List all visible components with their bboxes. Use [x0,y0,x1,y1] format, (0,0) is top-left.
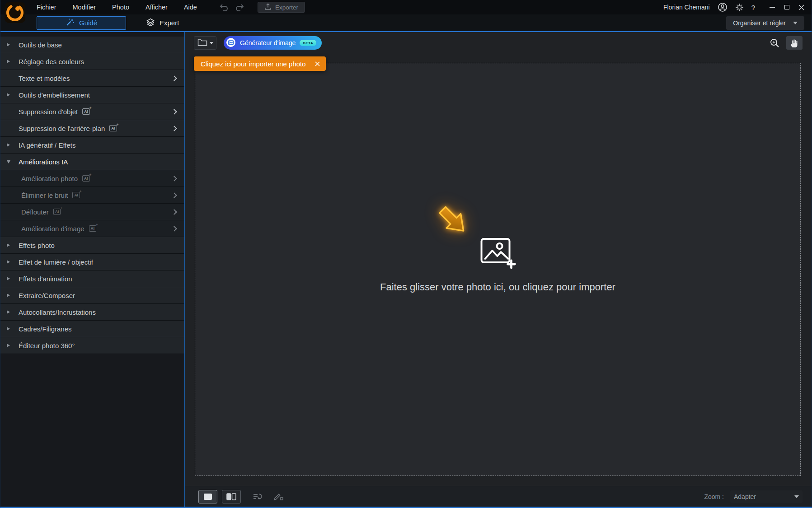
image-add-icon [480,237,516,271]
expand-triangle-icon [7,260,19,264]
image-generator-icon [226,37,236,49]
photodirector-window: Fichier Modifier Photo Afficher Aide [0,0,812,508]
sidebar-item-effets-animation[interactable]: Effets d'animation [0,270,184,287]
bottom-bar: Zoom : Adapter [185,486,812,507]
sidebar-item-reglage-des-couleurs[interactable]: Réglage des couleurs [0,53,184,70]
redo-icon[interactable] [235,3,245,11]
tooltip-close-icon[interactable] [315,61,320,66]
expand-triangle-icon [7,93,19,97]
expand-triangle-icon [7,344,19,347]
maximize-button[interactable] [780,1,793,13]
help-icon[interactable]: ? [751,4,755,11]
sidebar-item-extraire-composer[interactable]: Extraire/Composer [0,287,184,304]
undo-icon[interactable] [219,3,229,11]
sidebar-item-ia-generatif-effets[interactable]: IA génératif / Effets [0,137,184,154]
pan-hand-button[interactable] [786,36,803,50]
sidebar-item-effets-photo[interactable]: Effets photo [0,237,184,254]
sidebar-item-editeur-photo-360[interactable]: Éditeur photo 360° [0,337,184,354]
menu-modifier[interactable]: Modifier [73,4,96,11]
view-tools [766,36,803,50]
single-view-button[interactable] [198,490,217,503]
expand-triangle-icon [7,60,19,63]
ai-badge-icon: AI [72,192,80,198]
sidebar-item-suppression-objet[interactable]: Suppression d'objet AI [0,103,184,120]
expand-triangle-icon [7,294,19,297]
sidebar-item-amelioration-image[interactable]: Amélioration d'image AI [0,220,184,237]
import-folder-button[interactable] [194,36,216,50]
compare-view-icon [226,493,236,500]
sidebar-item-suppression-arriere-plan[interactable]: Suppression de l'arrière-plan AI [0,120,184,137]
zoom-tool-button[interactable] [766,36,783,50]
sidebar-item-effet-lumiere-objectif[interactable]: Effet de lumière / objectif [0,254,184,270]
chevron-down-icon [794,495,799,498]
compare-view-button[interactable] [222,490,241,503]
chevron-right-icon [171,75,177,81]
menu-afficher[interactable]: Afficher [146,4,168,11]
pen-adjust-icon[interactable] [273,493,283,501]
zoom-value: Adapter [734,493,756,500]
guided-tools-sidebar: Outils de base Réglage des couleurs Text… [0,32,185,507]
menu-fichier[interactable]: Fichier [37,4,56,11]
sidebar-item-cadres-filigranes[interactable]: Cadres/Filigranes [0,321,184,337]
sidebar-item-eliminer-le-bruit[interactable]: Éliminer le bruit AI [0,187,184,204]
menu-photo[interactable]: Photo [112,4,129,11]
zoom-dropdown[interactable]: Adapter [730,490,803,503]
folder-icon [197,38,207,48]
sidebar-item-amelioration-photo[interactable]: Amélioration photo AI [0,170,184,187]
settings-gear-icon[interactable] [735,3,744,12]
magnifier-plus-icon [770,38,779,48]
user-avatar-icon[interactable] [718,2,728,12]
main-toolbar: Générateur d'image BETA [185,32,812,54]
dropzone-center: Faites glisser votre photo ici, ou cliqu… [380,237,615,293]
history-list-icon[interactable] [253,493,262,501]
sidebar-item-autocollants-incrustations[interactable]: Autocollants/Incrustations [0,304,184,321]
zoom-label: Zoom : [704,493,724,500]
organize-button[interactable]: Organiser et régler [726,16,804,30]
close-button[interactable] [794,1,808,13]
app-logo-icon [4,2,26,23]
main-workspace: Générateur d'image BETA [185,32,812,507]
ai-badge-icon: AI [53,209,61,215]
chevron-right-icon [171,209,177,215]
chevron-down-icon [210,42,213,44]
menu-aide[interactable]: Aide [184,4,197,11]
expand-triangle-icon [7,277,19,280]
ai-badge-icon: AI [82,175,90,182]
import-tooltip: Cliquez ici pour importer une photo [194,56,326,71]
ai-badge-icon: AI [82,108,90,115]
export-upload-icon [264,3,272,12]
image-generator-button[interactable]: Générateur d'image BETA [224,36,322,50]
sidebar-item-ameliorations-ia[interactable]: Améliorations IA [0,154,184,170]
sidebar-item-texte-et-modeles[interactable]: Texte et modèles [0,70,184,87]
expand-triangle-icon [7,243,19,247]
ai-badge-icon: AI [89,225,97,232]
import-arrow-icon [434,201,473,242]
chevron-right-icon [171,192,177,198]
single-view-icon [203,493,212,500]
export-label: Exporter [275,4,298,11]
tab-guided[interactable]: Guidé [37,16,126,30]
tab-expert[interactable]: Expert [146,18,179,28]
collapse-triangle-icon [7,160,19,163]
zoom-control: Zoom : Adapter [704,490,803,503]
tab-expert-label: Expert [160,19,179,27]
organize-label: Organiser et régler [733,19,786,27]
sidebar-item-deflouter[interactable]: Déflouter AI [0,204,184,220]
beta-badge: BETA [300,40,316,46]
expand-triangle-icon [7,43,19,47]
chevron-right-icon [171,126,177,131]
ai-badge-icon: AI [109,125,117,131]
photo-dropzone[interactable]: Faites glisser votre photo ici, ou cliqu… [195,63,801,476]
expand-triangle-icon [7,327,19,331]
sidebar-item-outils-embellissement[interactable]: Outils d'embellissement [0,87,184,103]
export-button[interactable]: Exporter [258,2,305,13]
menubar: Fichier Modifier Photo Afficher Aide [37,4,197,11]
chevron-right-icon [171,176,177,182]
tooltip-text: Cliquez ici pour importer une photo [201,60,306,68]
body: Outils de base Réglage des couleurs Text… [0,32,812,507]
minimize-button[interactable] [765,1,779,13]
canvas-area: Faites glisser votre photo ici, ou cliqu… [185,54,812,486]
sidebar-item-outils-de-base[interactable]: Outils de base [0,37,184,53]
dropzone-text: Faites glisser votre photo ici, ou cliqu… [380,281,615,293]
layers-icon [146,18,155,28]
